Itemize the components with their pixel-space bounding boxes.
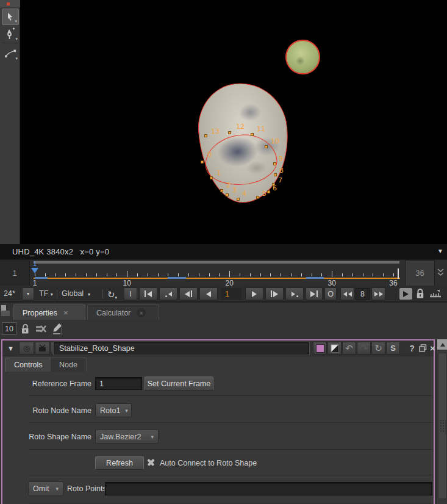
frame-tick bbox=[281, 273, 281, 276]
set-current-frame-button[interactable]: Set Current Frame bbox=[145, 376, 213, 391]
fps-value[interactable]: 24* bbox=[4, 289, 15, 298]
timeline-collapse-chevrons-icon[interactable] bbox=[437, 268, 445, 278]
roto-points-input[interactable] bbox=[105, 482, 432, 495]
roto-point-handle[interactable] bbox=[210, 176, 213, 179]
center-node-button[interactable]: ◎ bbox=[19, 342, 34, 355]
frame-tick bbox=[65, 273, 66, 276]
roto-point-handle[interactable] bbox=[251, 133, 254, 136]
frame-increment-field[interactable]: 8 bbox=[356, 288, 370, 300]
roto-point-handle[interactable] bbox=[272, 183, 275, 186]
previous-keyframe-button[interactable] bbox=[159, 287, 177, 300]
frame-tick bbox=[332, 271, 332, 277]
tab-calculator[interactable]: Calculator × bbox=[87, 304, 159, 320]
roto-point-handle[interactable] bbox=[201, 160, 204, 164]
script-button[interactable]: S bbox=[386, 342, 400, 355]
tab-controls[interactable]: Controls bbox=[5, 358, 52, 372]
frame-tick bbox=[55, 273, 56, 276]
views-dropdown[interactable]: TF ▾ bbox=[39, 289, 53, 298]
frame-tick bbox=[219, 273, 220, 276]
current-frame-field[interactable]: 1 bbox=[221, 288, 241, 300]
timeline-mode-button[interactable] bbox=[429, 288, 442, 298]
play-backward-button[interactable] bbox=[199, 287, 218, 300]
roto-point-handle[interactable] bbox=[273, 162, 276, 165]
range-end-field[interactable]: 36 bbox=[405, 260, 435, 286]
increment-button[interactable] bbox=[371, 287, 385, 300]
frame-tick bbox=[240, 273, 240, 276]
chevron-down-icon: ▾ bbox=[51, 292, 53, 297]
lock-panels-button[interactable] bbox=[20, 323, 30, 335]
gl-color-button[interactable] bbox=[327, 342, 342, 355]
play-forward-button[interactable] bbox=[245, 287, 263, 300]
frame-tick bbox=[199, 273, 199, 276]
timeline-range-bar[interactable] bbox=[34, 261, 399, 264]
triangle-left-icon bbox=[185, 291, 190, 297]
scroll-up-button[interactable] bbox=[437, 339, 447, 350]
set-out-point-button[interactable]: O bbox=[324, 287, 337, 300]
roto-point-handle[interactable] bbox=[256, 196, 259, 199]
roto-point-label: 7 bbox=[278, 176, 282, 184]
frame-tick bbox=[270, 273, 271, 276]
tab-node[interactable]: Node bbox=[50, 358, 87, 372]
tab-properties[interactable]: Properties × bbox=[13, 304, 85, 320]
scrollbar-thumb[interactable] bbox=[438, 353, 447, 499]
roto-point-handle[interactable] bbox=[220, 189, 223, 192]
roto-point-label: 4 bbox=[242, 190, 246, 198]
roto-point-handle[interactable] bbox=[237, 198, 240, 201]
node-color-button[interactable] bbox=[313, 342, 327, 355]
next-keyframe-button[interactable] bbox=[285, 287, 304, 300]
step-forward-button[interactable] bbox=[265, 287, 284, 300]
frame-tick bbox=[352, 273, 353, 276]
go-to-end-button[interactable] bbox=[306, 287, 323, 300]
go-to-start-button[interactable] bbox=[139, 287, 157, 300]
revert-button[interactable]: ↻ bbox=[371, 342, 385, 355]
frame-tick bbox=[291, 273, 291, 276]
redo-button[interactable]: ↷ bbox=[357, 342, 371, 355]
node-name-field[interactable]: Stabilize_Roto_Shape bbox=[54, 342, 309, 355]
fps-dropdown-button[interactable]: ▾ bbox=[22, 287, 34, 300]
roto-point-layer: 012345678910111213 bbox=[0, 0, 447, 244]
frame-tick bbox=[312, 273, 312, 276]
toolbar-grip[interactable] bbox=[0, 0, 20, 7]
pane-grip-icon[interactable] bbox=[1, 305, 11, 317]
decrement-button[interactable] bbox=[340, 287, 354, 300]
loop-mode-button[interactable]: ↻▾ bbox=[107, 289, 117, 300]
max-panels-field[interactable]: 10 bbox=[2, 322, 16, 335]
undo-button[interactable]: ↶ bbox=[342, 342, 356, 355]
roto-point-handle[interactable] bbox=[228, 131, 231, 134]
collapse-panel-button[interactable]: ▼ bbox=[7, 345, 14, 352]
flipbook-button[interactable] bbox=[399, 288, 412, 300]
roto-shape-dropdown[interactable]: Jaw.Bezier2▾ bbox=[95, 430, 159, 444]
roto-point-handle[interactable] bbox=[265, 145, 268, 148]
refresh-button[interactable]: Refresh bbox=[95, 456, 144, 470]
range-mode-dropdown[interactable]: Global ▾ bbox=[62, 289, 90, 298]
chevron-down-icon: ▾ bbox=[55, 486, 59, 492]
roto-node-dropdown[interactable]: Roto1▾ bbox=[95, 403, 132, 417]
frame-tick bbox=[76, 273, 76, 276]
clear-panels-icon bbox=[35, 324, 48, 334]
close-icon[interactable]: × bbox=[63, 308, 68, 317]
set-in-point-button[interactable]: I bbox=[124, 287, 137, 300]
timeline-ruler[interactable]: 110203036 1 bbox=[0, 260, 402, 286]
lock-range-button[interactable] bbox=[415, 287, 425, 300]
roto-point-handle[interactable] bbox=[204, 134, 207, 137]
frame-tick bbox=[250, 273, 251, 276]
status-dropdown-icon[interactable]: ▼ bbox=[437, 248, 443, 254]
reference-frame-input[interactable]: 1 bbox=[95, 377, 142, 390]
add-points-tool-button[interactable]: ▾ bbox=[2, 26, 19, 42]
step-back-button[interactable] bbox=[179, 287, 198, 300]
roto-point-handle[interactable] bbox=[226, 193, 229, 196]
playhead[interactable] bbox=[31, 268, 38, 273]
monitor-out-button[interactable] bbox=[35, 342, 50, 355]
properties-scrollbar[interactable] bbox=[437, 339, 447, 504]
select-tool-button[interactable]: ▾ bbox=[2, 9, 19, 25]
roto-point-handle[interactable] bbox=[267, 190, 270, 193]
auto-connect-checkbox[interactable] bbox=[146, 458, 156, 467]
roto-point-handle[interactable] bbox=[274, 173, 277, 176]
roto-point-label: 3 bbox=[232, 186, 237, 194]
edit-curve-tool-button[interactable]: ▾ bbox=[2, 45, 19, 62]
omit-mode-dropdown[interactable]: Omit▾ bbox=[28, 481, 63, 496]
close-all-panels-button[interactable] bbox=[35, 324, 48, 334]
viewer-canvas[interactable]: 012345678910111213 ▾ ▾ bbox=[0, 0, 447, 244]
timeline[interactable]: 1 110203036 1 36 bbox=[0, 259, 447, 286]
close-icon[interactable]: × bbox=[137, 308, 146, 317]
